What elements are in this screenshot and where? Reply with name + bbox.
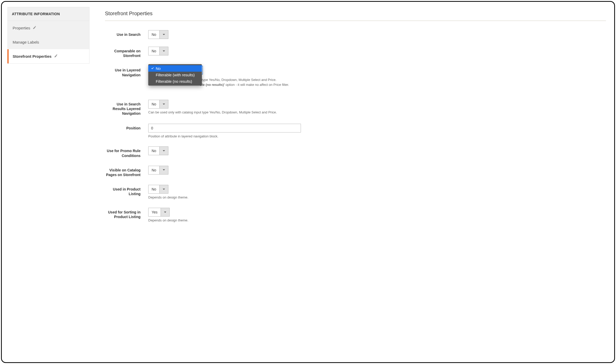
dropdown-option-label: Filterable (with results): [156, 73, 195, 77]
field-promo-rule: Use for Promo Rule Conditions No: [105, 146, 606, 158]
dropdown-option-no[interactable]: No: [148, 65, 202, 72]
field-label: Comparable on Storefront: [105, 47, 148, 58]
dropdown-option-label: No: [156, 66, 161, 71]
position-input[interactable]: [148, 124, 301, 133]
select-value: No: [149, 100, 159, 108]
use-in-search-select[interactable]: No: [148, 30, 168, 39]
search-results-layered-select[interactable]: No: [148, 100, 168, 109]
chevron-down-icon: [159, 100, 168, 108]
field-visible-catalog: Visible on Catalog Pages on Storefront N…: [105, 166, 606, 177]
layered-nav-dropdown: No Filterable (with results) Filterable …: [148, 64, 202, 86]
select-value: No: [149, 30, 159, 39]
promo-rule-select[interactable]: No: [148, 146, 168, 155]
field-label: Used in Product Listing: [105, 185, 148, 196]
dropdown-option-filterable-with[interactable]: Filterable (with results): [148, 72, 202, 78]
sorting-select[interactable]: Yes: [148, 208, 170, 217]
sidebar-item-properties[interactable]: Properties: [7, 21, 89, 35]
field-label: Use for Promo Rule Conditions: [105, 146, 148, 158]
field-hint: t type Yes/No, Dropdown, Multiple Select…: [148, 78, 606, 87]
field-position: Position Position of attribute in layere…: [105, 124, 606, 139]
chevron-down-icon: [159, 166, 168, 174]
field-hint: Can be used only with catalog input type…: [148, 110, 606, 115]
dropdown-option-filterable-no[interactable]: Filterable (no results): [148, 78, 202, 85]
chevron-down-icon: [159, 47, 168, 55]
sidebar-item-label: Properties: [13, 26, 30, 30]
field-hint: Position of attribute in layered navigat…: [148, 134, 606, 139]
sidebar-item-label: Storefront Properties: [13, 54, 52, 59]
field-layered-navigation: Use in Layered Navigation No Filterable …: [105, 66, 606, 87]
chevron-down-icon: [159, 147, 168, 155]
sidebar-title: ATTRIBUTE INFORMATION: [8, 7, 89, 21]
field-label: Used for Sorting in Product Listing: [105, 208, 148, 219]
field-label: Use in Search Results Layered Navigation: [105, 100, 148, 116]
field-use-in-search: Use in Search No: [105, 30, 606, 39]
field-product-listing: Used in Product Listing No Depends on de…: [105, 185, 606, 200]
chevron-down-icon: [159, 30, 168, 39]
sidebar: ATTRIBUTE INFORMATION Properties Manage …: [7, 7, 89, 64]
visible-catalog-select[interactable]: No: [148, 166, 168, 175]
check-icon: [151, 66, 154, 71]
field-hint: Depends on design theme.: [148, 218, 606, 223]
chevron-down-icon: [159, 185, 168, 193]
field-comparable: Comparable on Storefront No: [105, 47, 606, 58]
field-label: Position: [105, 124, 148, 130]
sidebar-item-manage-labels[interactable]: Manage Labels: [7, 35, 89, 49]
main-content: Storefront Properties Use in Search No C…: [105, 7, 609, 223]
sidebar-item-storefront-properties[interactable]: Storefront Properties: [7, 49, 89, 63]
select-value: Yes: [149, 208, 161, 216]
field-hint: Depends on design theme.: [148, 195, 606, 200]
comparable-select[interactable]: No: [148, 47, 168, 55]
select-value: No: [149, 47, 159, 55]
chevron-down-icon: [161, 208, 169, 216]
field-label: Use in Search: [105, 30, 148, 37]
field-label: Visible on Catalog Pages on Storefront: [105, 166, 148, 177]
field-search-results-layered: Use in Search Results Layered Navigation…: [105, 100, 606, 116]
select-value: No: [149, 185, 159, 193]
product-listing-select[interactable]: No: [148, 185, 168, 194]
select-value: No: [149, 147, 159, 155]
section-title: Storefront Properties: [105, 11, 606, 21]
pencil-icon: [33, 26, 36, 30]
field-label: Use in Layered Navigation: [105, 66, 148, 77]
sidebar-item-label: Manage Labels: [13, 40, 39, 44]
dropdown-option-label: Filterable (no results): [156, 79, 192, 84]
field-sorting: Used for Sorting in Product Listing Yes …: [105, 208, 606, 223]
pencil-icon: [54, 54, 58, 59]
select-value: No: [149, 166, 159, 174]
